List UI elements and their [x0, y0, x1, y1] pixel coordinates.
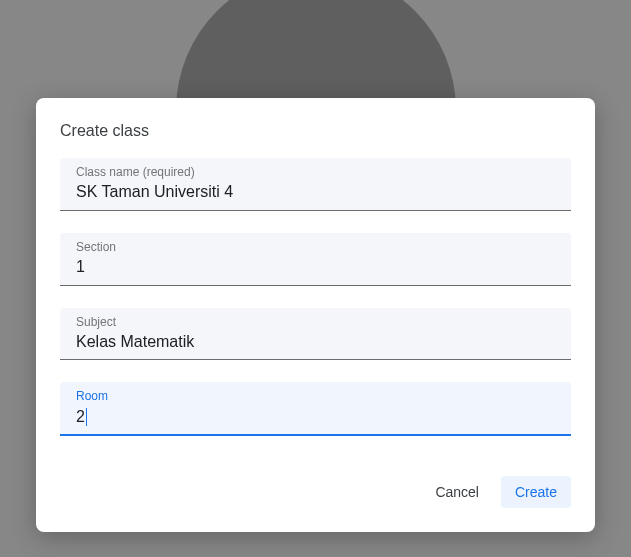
subject-input[interactable]: Kelas Matematik	[76, 331, 555, 353]
class-name-input[interactable]: SK Taman Universiti 4	[76, 181, 555, 203]
room-input[interactable]: 2	[76, 406, 555, 428]
dialog-title: Create class	[36, 122, 595, 158]
text-cursor	[86, 408, 87, 426]
subject-field[interactable]: Subject Kelas Matematik	[60, 308, 571, 361]
create-button[interactable]: Create	[501, 476, 571, 508]
room-value: 2	[76, 408, 85, 425]
class-name-field[interactable]: Class name (required) SK Taman Universit…	[60, 158, 571, 211]
room-field[interactable]: Room 2	[60, 382, 571, 436]
form-fields: Class name (required) SK Taman Universit…	[36, 158, 595, 436]
room-label: Room	[76, 389, 555, 403]
section-field[interactable]: Section 1	[60, 233, 571, 286]
dialog-actions: Cancel Create	[36, 458, 595, 532]
subject-label: Subject	[76, 315, 555, 329]
create-class-dialog: Create class Class name (required) SK Ta…	[36, 98, 595, 532]
section-input[interactable]: 1	[76, 256, 555, 278]
class-name-label: Class name (required)	[76, 165, 555, 179]
section-label: Section	[76, 240, 555, 254]
cancel-button[interactable]: Cancel	[421, 476, 493, 508]
